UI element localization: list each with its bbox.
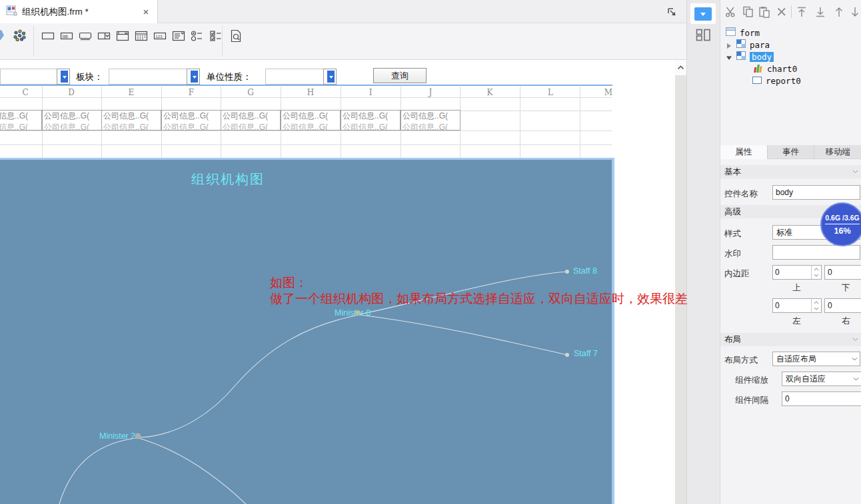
- component-gap-input[interactable]: [782, 391, 861, 406]
- param-label-bankuai: 板块：: [76, 71, 103, 83]
- formula-cell[interactable]: 公司信息..G(公司信息..G(: [221, 110, 281, 130]
- query-preview-icon[interactable]: [227, 27, 245, 45]
- org-chart-widget[interactable]: 组织机构图 Staff 8 Minister 8 Staff 7 Ministe…: [0, 160, 612, 504]
- date-widget-icon[interactable]: [132, 27, 150, 45]
- param-combo-icon-3[interactable]: [323, 69, 337, 85]
- tree-item-body[interactable]: body: [720, 51, 861, 63]
- padding-bottom-input[interactable]: [824, 265, 861, 280]
- button-widget-icon[interactable]: [76, 27, 94, 45]
- padding-top-input[interactable]: [773, 266, 811, 279]
- widget-name-label: 控件名称: [724, 188, 758, 200]
- component-gap-label: 组件间隔: [735, 395, 768, 406]
- tab-close-icon[interactable]: ×: [141, 7, 151, 17]
- tab-mobile[interactable]: 移动端: [814, 145, 861, 159]
- paste-icon[interactable]: [758, 5, 772, 19]
- radio-group-widget-icon[interactable]: [188, 27, 206, 45]
- memory-usage-badge[interactable]: 0.6G /3.6G 16%: [820, 202, 861, 246]
- column-header: E: [129, 88, 135, 97]
- side-mini-toolbar: [686, 0, 720, 504]
- expand-open-icon[interactable]: [726, 53, 732, 60]
- param-input-1[interactable]: [0, 69, 57, 85]
- svg-text:lab: lab: [62, 33, 68, 38]
- org-chart-links: [0, 160, 612, 504]
- badge-divider: [825, 224, 860, 224]
- textarea-widget-icon[interactable]: [169, 27, 187, 45]
- tree-item-label: chart0: [767, 64, 797, 74]
- param-input-3[interactable]: [265, 69, 324, 85]
- formula-cell[interactable]: 公司信息..G(公司信息..G(: [281, 110, 341, 130]
- org-chart-title: 组织机构图: [191, 170, 265, 188]
- textbox-widget-icon[interactable]: [39, 27, 57, 45]
- layout-panel-icon[interactable]: [696, 29, 711, 44]
- svg-text:123: 123: [155, 34, 163, 38]
- node-dot-staff8: [565, 270, 569, 274]
- select-caret-icon: [852, 357, 858, 362]
- formula-cell[interactable]: 公司信息..G(公司信息..G(: [161, 110, 221, 130]
- padding-top-stepper[interactable]: [772, 265, 822, 280]
- layout-mode-value: 自适应布局: [776, 354, 816, 365]
- parameter-pane-icon[interactable]: [11, 27, 29, 45]
- ribbon-divider: [33, 26, 34, 57]
- tab-active-frm[interactable]: 组织机构图.frm * ×: [0, 0, 158, 23]
- tree-item-label: form: [740, 28, 760, 38]
- formula-cell[interactable]: 公司信息..G(公司信息..G(: [101, 110, 161, 130]
- number-widget-icon[interactable]: 123: [151, 27, 169, 45]
- stepper-arrows-icon[interactable]: [811, 299, 821, 312]
- formula-cell[interactable]: 公司信息..G(公司信息..G(: [42, 110, 102, 130]
- expand-collapsed-icon[interactable]: [726, 41, 732, 48]
- padding-pos-bottom: 下: [842, 282, 850, 294]
- dock-corner-icon[interactable]: [666, 7, 678, 18]
- tree-item-form[interactable]: form: [720, 27, 861, 39]
- padding-label: 内边距: [724, 268, 750, 280]
- tree-item-chart0[interactable]: chart0: [720, 63, 861, 75]
- formula-cell[interactable]: 公司信息..G(公司信息..G(: [0, 110, 42, 130]
- section-title: 基本: [724, 166, 741, 178]
- padding-left-input[interactable]: [773, 299, 811, 312]
- style-label: 样式: [724, 228, 741, 240]
- column-header: I: [369, 88, 373, 97]
- tree-item-report0[interactable]: report0: [720, 75, 861, 87]
- copy-icon[interactable]: [742, 5, 756, 19]
- widget-dropdown-button[interactable]: [694, 7, 712, 21]
- padding-right-input[interactable]: [824, 298, 861, 313]
- combobox-widget-icon[interactable]: [95, 27, 113, 45]
- param-combo-icon-1[interactable]: [57, 69, 70, 85]
- report-widget-icon: [752, 76, 762, 86]
- cut-icon[interactable]: [724, 5, 738, 19]
- move-up-icon[interactable]: [832, 5, 846, 19]
- ribbon-divider: [222, 26, 223, 57]
- component-scale-select[interactable]: 双向自适应: [782, 372, 861, 386]
- grid-line: [0, 144, 612, 145]
- layout-mode-select[interactable]: 自适应布局: [772, 352, 860, 366]
- param-combo-icon-2[interactable]: [187, 69, 200, 85]
- section-layout[interactable]: 布局: [720, 333, 861, 346]
- widget-name-input[interactable]: [772, 185, 860, 200]
- label-widget-icon[interactable]: lab: [57, 27, 75, 45]
- section-basic[interactable]: 基本: [720, 165, 861, 178]
- delete-icon[interactable]: [775, 5, 789, 19]
- padding-left-stepper[interactable]: [772, 298, 822, 313]
- body-selection-border-right[interactable]: [612, 158, 614, 504]
- move-to-top-icon[interactable]: [795, 5, 809, 19]
- query-button[interactable]: 查询: [373, 68, 427, 83]
- tree-item-para[interactable]: para: [720, 39, 861, 51]
- collapse-chevron-icon: [852, 170, 858, 174]
- tab-events[interactable]: 事件: [768, 145, 815, 159]
- param-input-2[interactable]: [109, 69, 187, 85]
- move-down-icon[interactable]: [848, 5, 861, 19]
- column-header: D: [68, 88, 75, 97]
- column-header: L: [548, 88, 553, 97]
- panel-widget-icon[interactable]: [113, 27, 131, 45]
- scroll-up-button[interactable]: [675, 60, 686, 75]
- section-title: 高级: [724, 206, 741, 218]
- node-dot-minister2: [135, 433, 141, 439]
- formula-cell[interactable]: 公司信息..G(公司信息..G(: [341, 110, 401, 130]
- frm-file-icon: [6, 5, 17, 19]
- move-to-bottom-icon[interactable]: [814, 5, 828, 19]
- tab-properties[interactable]: 属性: [720, 145, 768, 159]
- select-caret-icon: [853, 377, 859, 381]
- stepper-arrows-icon[interactable]: [811, 266, 821, 279]
- tab-title: 组织机构图.frm *: [22, 6, 89, 18]
- formula-cell[interactable]: 公司信息..G(公司信息..G(: [401, 110, 460, 130]
- watermark-input[interactable]: [772, 245, 860, 260]
